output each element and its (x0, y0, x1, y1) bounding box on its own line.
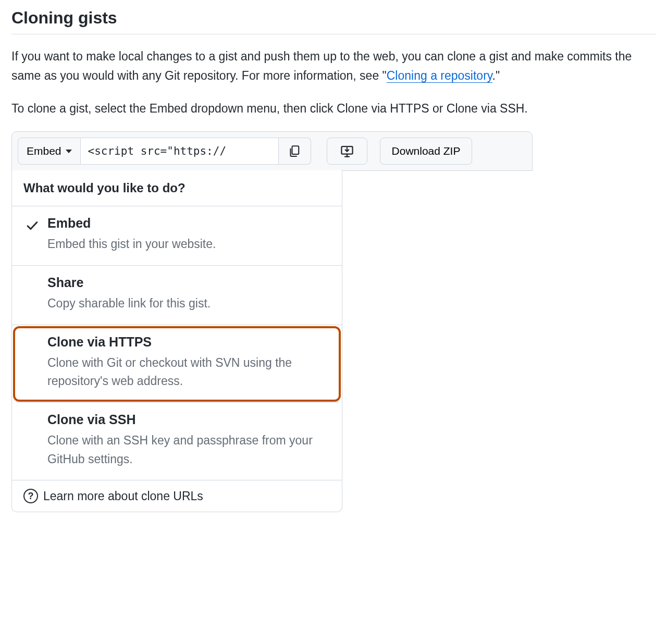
open-desktop-button[interactable] (327, 138, 367, 165)
dropdown-item-desc: Clone with Git or checkout with SVN usin… (47, 354, 330, 391)
copy-icon (288, 145, 301, 157)
dropdown-item-desc: Copy sharable link for this gist. (47, 294, 330, 313)
dropdown-item-desc: Embed this gist in your website. (47, 235, 330, 254)
copy-button[interactable] (279, 138, 311, 165)
dropdown-header: What would you like to do? (12, 170, 342, 206)
dropdown-item-embed[interactable]: Embed Embed this gist in your website. (12, 206, 342, 266)
section-heading: Cloning gists (11, 8, 656, 34)
dropdown-item-desc: Clone with an SSH key and passphrase fro… (47, 431, 330, 468)
intro-paragraph-1: If you want to make local changes to a g… (11, 47, 656, 85)
dropdown-item-title: Share (47, 275, 330, 290)
intro-paragraph-2: To clone a gist, select the Embed dropdo… (11, 99, 656, 118)
caret-down-icon (66, 150, 72, 153)
dropdown-item-title: Clone via HTTPS (47, 335, 330, 350)
download-zip-button[interactable]: Download ZIP (380, 138, 473, 165)
check-icon (26, 219, 39, 232)
download-zip-label: Download ZIP (392, 145, 461, 157)
embed-dropdown-menu: What would you like to do? Embed Embed t… (11, 170, 342, 512)
help-icon: ? (23, 489, 38, 503)
para1-after: ." (492, 69, 500, 82)
dropdown-footer-link[interactable]: ? Learn more about clone URLs (12, 480, 342, 512)
svg-rect-0 (292, 146, 299, 155)
dropdown-item-title: Clone via SSH (47, 412, 330, 427)
gist-toolbar: Embed Download ZIP (11, 131, 533, 171)
dropdown-item-clone-https[interactable]: Clone via HTTPS Clone with Git or checko… (12, 325, 342, 403)
embed-url-input[interactable] (81, 138, 279, 165)
dropdown-item-share[interactable]: Share Copy sharable link for this gist. (12, 266, 342, 325)
embed-label: Embed (27, 145, 61, 157)
para1-before: If you want to make local changes to a g… (11, 49, 632, 82)
embed-dropdown-button[interactable]: Embed (18, 138, 81, 165)
dropdown-footer-label: Learn more about clone URLs (43, 489, 203, 503)
dropdown-item-clone-ssh[interactable]: Clone via SSH Clone with an SSH key and … (12, 403, 342, 480)
cloning-repo-link[interactable]: Cloning a repository (387, 69, 492, 83)
desktop-download-icon (340, 144, 354, 158)
dropdown-item-title: Embed (47, 216, 330, 231)
